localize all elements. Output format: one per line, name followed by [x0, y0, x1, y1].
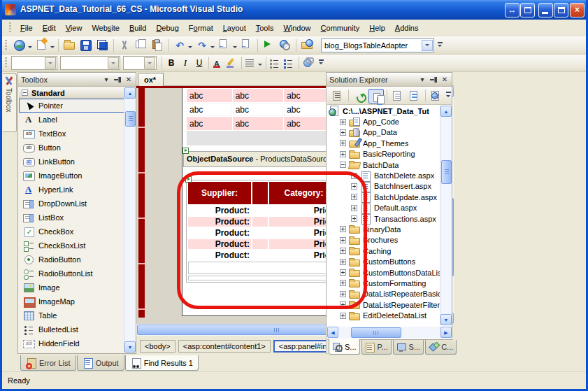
view-code-button[interactable]	[390, 89, 406, 104]
auto-hide-pin-button[interactable]	[112, 74, 123, 85]
cut-button[interactable]	[117, 38, 132, 52]
font-name-combo[interactable]	[60, 56, 120, 70]
new-website-button[interactable]	[12, 38, 27, 52]
plus-expander-icon[interactable]	[340, 259, 346, 265]
chevron-down-icon[interactable]	[233, 46, 237, 50]
toolbar-options-button[interactable]	[445, 89, 450, 104]
window-position-button[interactable]: ▾	[101, 74, 112, 85]
toolbox-item-checkboxlist[interactable]: CheckBoxList	[19, 239, 125, 253]
save-all-button[interactable]	[95, 38, 110, 52]
menu-item-help[interactable]: Help	[364, 22, 390, 34]
menu-item-edit[interactable]: Edit	[38, 22, 61, 34]
plus-expander-icon[interactable]	[351, 215, 357, 222]
copy-button[interactable]	[134, 38, 149, 52]
open-file-button[interactable]	[62, 38, 77, 52]
toolbox-item-label[interactable]: Label	[19, 113, 125, 127]
panel-tab-server-explorer-tab-icon[interactable]: S...	[393, 340, 424, 355]
tree-item-basicreporting[interactable]: BasicReporting	[327, 149, 441, 159]
preview-in-browser-button[interactable]	[278, 38, 293, 52]
combo-dropdown-icon[interactable]	[45, 57, 56, 69]
toolbox-item-hiddenfield[interactable]: HiddenField	[19, 336, 125, 350]
tree-item-batchdata[interactable]: BatchData	[327, 159, 441, 170]
toolbox-item-imagemap[interactable]: ImageMap	[19, 294, 125, 308]
tree-item-app-code[interactable]: App_Code	[327, 116, 441, 127]
minus-expander-icon[interactable]	[340, 162, 346, 168]
scroll-down-icon[interactable]: ▼	[440, 314, 452, 325]
smart-tag-glyph-icon[interactable]	[182, 148, 189, 154]
tree-item-brochures[interactable]: Brochures	[327, 235, 441, 246]
tree-horizontal-scrollbar[interactable]: ◀ ▶	[327, 327, 452, 339]
toolbox-item-listbox[interactable]: ListBox	[19, 211, 125, 225]
dock-arrows-button[interactable]: ↔	[505, 3, 519, 17]
minimize-button[interactable]	[538, 3, 553, 17]
tree-item-binarydata[interactable]: BinaryData	[327, 224, 441, 234]
toolbox-side-tab[interactable]: Toolbox	[3, 73, 17, 132]
combo-dropdown-icon[interactable]	[422, 40, 433, 51]
toolbox-item-linkbutton[interactable]: LinkButton	[19, 155, 125, 169]
product-input-cell[interactable]	[252, 217, 268, 227]
scroll-left-icon[interactable]: ◀	[327, 327, 338, 338]
collapse-icon[interactable]	[22, 90, 28, 96]
bottom-tab-output[interactable]: Output	[77, 355, 124, 371]
scrollbar-thumb[interactable]	[125, 111, 136, 127]
tree-item-custombuttonsdatalist[interactable]: CustomButtonsDataList	[327, 267, 441, 278]
product-input-cell[interactable]	[252, 228, 268, 238]
plus-expander-icon[interactable]	[340, 226, 346, 232]
tree-item-editdeletedatalist[interactable]: EditDeleteDataList	[327, 310, 441, 320]
toolbox-item-table[interactable]: Table	[19, 308, 125, 322]
scroll-right-icon[interactable]: ▶	[440, 327, 452, 338]
menu-item-view[interactable]: View	[61, 22, 87, 34]
product-input-cell[interactable]	[252, 250, 268, 260]
toolbox-item-bulletedlist[interactable]: BulletedList	[19, 322, 125, 336]
add-new-item-button[interactable]	[34, 38, 50, 52]
close-button[interactable]: ×	[570, 3, 585, 17]
plus-expander-icon[interactable]	[351, 194, 357, 200]
redo-button[interactable]: ↷	[194, 38, 210, 52]
plus-expander-icon[interactable]	[340, 119, 346, 125]
menu-item-debug[interactable]: Debug	[151, 22, 183, 34]
target-rule-combo[interactable]	[11, 56, 57, 70]
toolbox-item-button[interactable]: Button	[19, 141, 125, 155]
highlight-button[interactable]	[225, 56, 239, 70]
tree-item-customformatting[interactable]: CustomFormatting	[327, 278, 441, 288]
undo-button[interactable]: ↶	[172, 38, 187, 52]
window-position-button[interactable]: ▾	[417, 74, 428, 85]
scroll-up-icon[interactable]: ▲	[124, 87, 136, 99]
aspnet-configuration-button[interactable]	[429, 89, 444, 104]
menu-item-format[interactable]: Format	[184, 22, 218, 34]
scrollbar-thumb[interactable]	[441, 160, 452, 184]
tree-item-datalistrepeaterfiltering[interactable]: DataListRepeaterFiltering	[327, 299, 441, 310]
toolbox-item-hyperlink[interactable]: HyperLink	[19, 183, 125, 197]
tree-item-app-themes[interactable]: App_Themes	[327, 138, 441, 148]
auto-hide-pin-button[interactable]	[428, 74, 439, 85]
close-toolbox-button[interactable]: ✕	[123, 74, 134, 85]
plus-expander-icon[interactable]	[340, 248, 346, 254]
plus-expander-icon[interactable]	[351, 205, 357, 211]
tree-item-batchupdate-aspx[interactable]: BatchUpdate.aspx	[327, 192, 441, 202]
menu-item-file[interactable]: File	[15, 22, 38, 34]
italic-button[interactable]: I	[178, 56, 192, 70]
navigate-forward-button[interactable]	[239, 38, 254, 52]
numbered-list-button[interactable]	[268, 56, 282, 70]
toolbox-group-standard[interactable]: Standard	[19, 87, 125, 99]
save-button[interactable]	[78, 38, 94, 52]
tag-path-body[interactable]: <body>	[140, 340, 175, 353]
toolbar-options-button[interactable]	[436, 38, 445, 52]
scrollbar-thumb[interactable]	[351, 327, 401, 338]
toolbox-item-radiobutton[interactable]: RadioButton	[19, 253, 125, 266]
scroll-up-icon[interactable]: ▲	[440, 106, 452, 117]
toolbox-scrollbar[interactable]: ▲ ▼	[124, 87, 136, 353]
chevron-down-icon[interactable]	[188, 46, 192, 50]
tree-item-app-data[interactable]: App_Data	[327, 127, 441, 138]
toolbox-item-image[interactable]: Image	[19, 280, 125, 294]
tree-item-batchdelete-aspx[interactable]: BatchDelete.aspx	[327, 170, 441, 180]
find-combo[interactable]: blog_BlogsTableAdapter	[321, 38, 434, 52]
bottom-tab-find-results-1[interactable]: Find Results 1	[125, 355, 199, 371]
bold-button[interactable]: B	[164, 56, 178, 70]
menu-item-build[interactable]: Build	[124, 22, 151, 34]
toolbox-item-checkbox[interactable]: CheckBox	[19, 225, 125, 239]
product-input-cell[interactable]	[252, 206, 268, 215]
maximize-button[interactable]	[554, 3, 568, 17]
toolbox-item-dropdownlist[interactable]: DropDownList	[19, 197, 125, 211]
menu-item-website[interactable]: Website	[87, 22, 124, 34]
